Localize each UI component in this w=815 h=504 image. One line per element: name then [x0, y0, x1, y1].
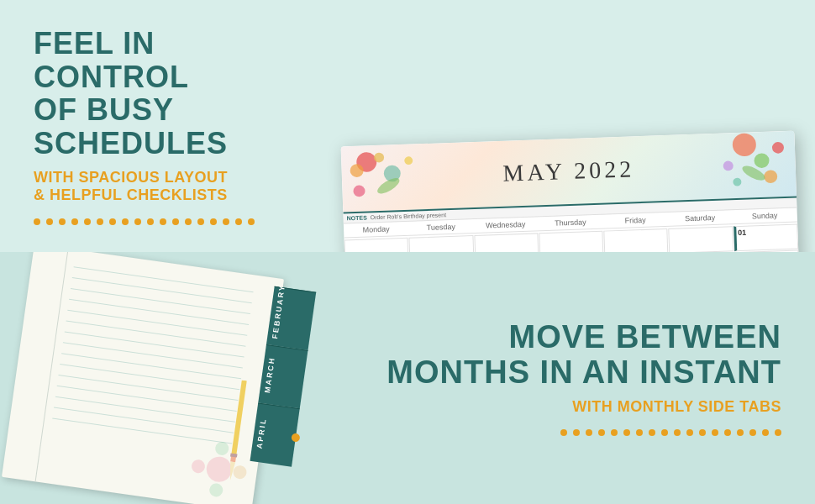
b-dot-11	[686, 429, 693, 436]
day-sunday: Sunday	[732, 208, 797, 224]
b-dot-1	[560, 429, 567, 436]
bottom-headline: MOVE BETWEEN MONTHS IN AN INSTANT	[370, 320, 781, 391]
tab-february-label: FEBRUARY	[271, 284, 287, 339]
top-left-content: FEEL IN CONTROL OF BUSY SCHEDULES WITH S…	[0, 2, 319, 250]
tab-april-label: APRIL	[255, 417, 268, 449]
dot-13	[185, 218, 192, 225]
dot-3	[59, 218, 66, 225]
dot-15	[210, 218, 217, 225]
bottom-left-content: FEBRUARY MARCH APRIL	[0, 252, 353, 504]
cal-cell-01: 01	[734, 224, 798, 252]
b-dot-6	[623, 429, 630, 436]
dot-12	[172, 218, 179, 225]
b-dot-8	[649, 429, 655, 436]
bottom-section: FEBRUARY MARCH APRIL	[0, 252, 815, 504]
day-monday: Monday	[344, 222, 409, 238]
page-container: FEEL IN CONTROL OF BUSY SCHEDULES WITH S…	[0, 0, 815, 504]
dot-16	[223, 218, 229, 225]
dot-7	[109, 218, 116, 225]
b-dot-18	[775, 429, 781, 436]
day-tuesday: Tuesday	[408, 219, 474, 235]
calendar-mockup: MAY 2022 NOTES Order Rob's Birthday pres…	[341, 131, 802, 252]
cal-cell-empty-2	[409, 235, 474, 252]
dot-11	[160, 218, 166, 225]
bottom-subheadline: WITH MONTHLY SIDE TABS	[370, 398, 781, 416]
bottom-headline-line2: MONTHS IN AN INSTANT	[386, 354, 781, 390]
svg-point-5	[404, 156, 413, 165]
tab-february[interactable]: FEBRUARY	[266, 286, 316, 350]
b-dot-12	[699, 429, 706, 436]
top-sub-line1: WITH SPACIOUS LAYOUT	[34, 169, 228, 186]
svg-point-9	[723, 160, 734, 171]
dot-8	[122, 218, 129, 225]
notebook-mockup: FEBRUARY MARCH APRIL	[0, 252, 318, 504]
tab-march-label: MARCH	[263, 356, 276, 393]
b-dot-7	[636, 429, 643, 436]
top-headline: FEEL IN CONTROL OF BUSY SCHEDULES	[34, 27, 294, 160]
notes-label: NOTES	[346, 214, 366, 221]
calendar-month-title: MAY 2022	[502, 155, 635, 186]
cal-cell-empty-4	[539, 231, 603, 252]
top-headline-line1: FEEL IN CONTROL	[34, 26, 189, 94]
dot-17	[235, 218, 242, 225]
tab-april[interactable]: APRIL	[250, 402, 300, 466]
dot-14	[197, 218, 204, 225]
cal-cell-empty-6	[669, 226, 734, 252]
cal-cell-empty-1	[344, 238, 409, 252]
svg-point-7	[754, 153, 770, 168]
top-section: FEEL IN CONTROL OF BUSY SCHEDULES WITH S…	[0, 0, 815, 252]
day-saturday: Saturday	[667, 210, 733, 226]
top-headline-line2: OF BUSY SCHEDULES	[34, 92, 228, 160]
top-sub-line2: & HELPFUL CHECKLISTS	[34, 186, 228, 203]
b-dot-15	[737, 429, 744, 436]
svg-point-4	[353, 185, 365, 197]
top-dots-decoration	[34, 218, 294, 225]
b-dot-5	[611, 429, 618, 436]
notes-text: Order Rob's Birthday present	[370, 212, 446, 220]
svg-marker-21	[228, 461, 235, 480]
tab-march[interactable]: MARCH	[258, 344, 308, 408]
dot-5	[84, 218, 91, 225]
b-dot-14	[724, 429, 731, 436]
day-friday: Friday	[602, 213, 668, 228]
b-dot-10	[674, 429, 681, 436]
dot-4	[71, 218, 78, 225]
b-dot-3	[586, 429, 592, 436]
notebook-page	[2, 252, 284, 504]
cal-cell-empty-3	[474, 233, 539, 252]
dot-1	[34, 218, 40, 225]
dot-10	[147, 218, 154, 225]
top-subheadline: WITH SPACIOUS LAYOUT & HELPFUL CHECKLIST…	[34, 169, 294, 205]
dot-2	[46, 218, 53, 225]
b-dot-4	[598, 429, 605, 436]
bottom-dots-decoration	[370, 429, 781, 436]
april-dot-indicator	[291, 433, 300, 443]
svg-point-8	[772, 142, 784, 154]
b-dot-17	[762, 429, 769, 436]
svg-point-11	[733, 178, 741, 186]
cal-cell-empty-5	[603, 228, 668, 252]
svg-point-10	[764, 170, 778, 183]
bottom-headline-line1: MOVE BETWEEN	[509, 319, 781, 354]
b-dot-2	[573, 429, 580, 436]
day-thursday: Thursday	[538, 215, 603, 231]
svg-point-6	[732, 133, 756, 156]
dot-18	[248, 218, 255, 225]
b-dot-16	[749, 429, 756, 436]
bottom-right-content: MOVE BETWEEN MONTHS IN AN INSTANT WITH M…	[353, 303, 815, 454]
svg-point-17	[208, 482, 223, 497]
dot-6	[97, 218, 103, 225]
dot-9	[134, 218, 141, 225]
b-dot-13	[712, 429, 718, 436]
b-dot-9	[661, 429, 668, 436]
svg-point-18	[191, 459, 206, 474]
day-wednesday: Wednesday	[473, 217, 539, 233]
